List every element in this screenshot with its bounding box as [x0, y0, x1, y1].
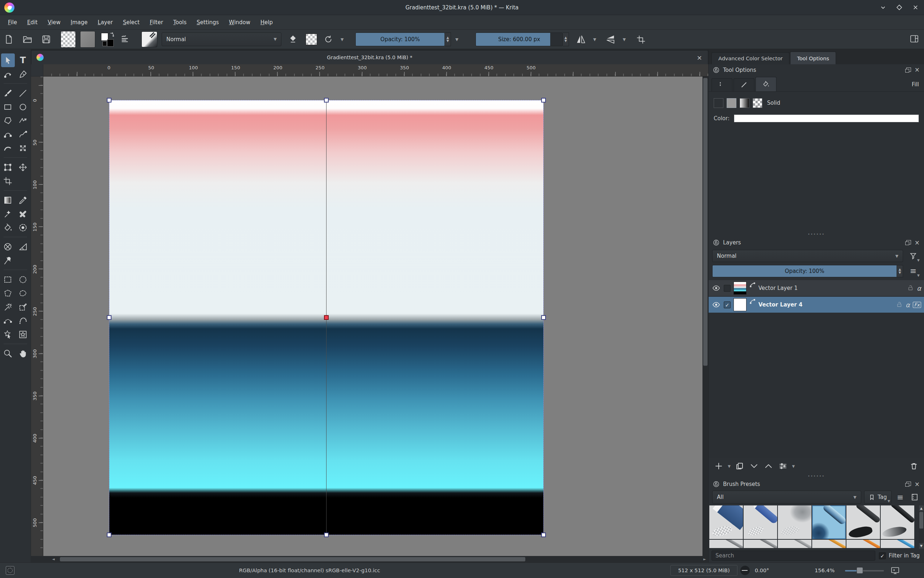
canvas-rotation-dial-icon[interactable] — [740, 566, 750, 575]
brush-preset-block-eraser[interactable] — [709, 505, 743, 539]
zoom-slider[interactable] — [845, 566, 884, 575]
docker-lock-icon[interactable] — [713, 239, 719, 246]
layer-options-button[interactable]: ≡ ▼ — [906, 265, 921, 277]
canvas-image[interactable] — [109, 101, 543, 535]
canvas-viewport[interactable] — [43, 76, 702, 556]
tool-measure[interactable] — [16, 240, 30, 253]
brush-preset-row2[interactable] — [744, 540, 777, 548]
scroll-right-icon[interactable]: ► — [703, 556, 706, 562]
layer-properties-caret[interactable]: ▼ — [791, 459, 796, 472]
layer-visibility-icon[interactable] — [712, 284, 721, 292]
layer-thumbnail[interactable] — [733, 298, 746, 311]
opacity-slider[interactable]: Opacity: 100% — [355, 32, 445, 46]
scroll-down-icon[interactable]: ▼ — [919, 543, 924, 549]
tool-select-shapes[interactable] — [1, 54, 15, 67]
duplicate-layer-button[interactable] — [733, 459, 746, 472]
tool-line[interactable] — [16, 86, 30, 100]
brush-size-slider[interactable]: Size: 600.00 px — [476, 32, 563, 46]
layer-fx-badge[interactable]: Fx — [913, 302, 921, 308]
reload-preset-button[interactable] — [323, 34, 333, 44]
eraser-mode-button[interactable] — [288, 34, 298, 44]
selection-handle-top-center[interactable] — [324, 98, 328, 102]
mirror-vertical-caret[interactable]: ▼ — [623, 37, 626, 42]
tool-select-star-cursor[interactable] — [1, 328, 15, 341]
tool-rectangle[interactable] — [1, 100, 15, 114]
workspace-chooser-button[interactable] — [909, 34, 919, 44]
new-document-button[interactable] — [3, 34, 14, 44]
delete-layer-button[interactable] — [908, 459, 921, 472]
scroll-left-icon[interactable]: ◄ — [52, 556, 55, 562]
tool-polyline[interactable] — [16, 114, 30, 127]
brush-preset-stick-eraser[interactable] — [744, 505, 777, 539]
v-scrollbar-thumb[interactable] — [703, 78, 707, 366]
tool-select-elliptical[interactable] — [16, 273, 30, 286]
add-layer-caret[interactable]: ▼ — [727, 459, 732, 472]
zoom-slider-knob[interactable] — [856, 567, 863, 574]
tool-move[interactable] — [16, 160, 30, 174]
tool-freehand-brush[interactable] — [1, 86, 15, 100]
brush-preset-row2[interactable] — [709, 540, 743, 548]
move-layer-up-button[interactable] — [762, 459, 775, 472]
selection-handle-bottom-right[interactable] — [541, 533, 546, 537]
menu-select[interactable]: Select — [119, 17, 144, 28]
selection-center-handle[interactable] — [324, 315, 328, 320]
layer-row[interactable]: Vector Layer 1 α — [709, 280, 924, 296]
tool-select-similar-color[interactable] — [16, 300, 30, 314]
tool-color-sampler[interactable] — [16, 193, 30, 207]
tool-assistants[interactable] — [1, 240, 15, 253]
layer-filter-button[interactable]: ▼ — [906, 250, 921, 262]
presets-view-mode-button[interactable] — [909, 491, 921, 503]
tab-advanced-color-selector[interactable]: Advanced Color Selector — [712, 52, 790, 64]
selection-handle-top-right[interactable] — [541, 98, 546, 102]
brush-size-spinbox[interactable]: ▲▼ — [563, 32, 569, 46]
tool-zoom[interactable] — [1, 347, 15, 360]
tool-polygon[interactable] — [1, 114, 15, 127]
brush-preset-row2[interactable] — [812, 540, 846, 548]
tool-freehand-path[interactable] — [16, 127, 30, 141]
zoom-level-value[interactable]: 156.4% — [815, 568, 835, 573]
filter-in-tag-checkbox[interactable]: ✓ Filter in Tag — [879, 552, 921, 559]
mirror-horizontal-caret[interactable]: ▼ — [593, 37, 596, 42]
layer-blend-mode-dropdown[interactable]: Normal ▼ — [712, 250, 903, 262]
presets-scrollbar[interactable]: ▲ ▼ — [919, 505, 924, 549]
document-tab-close-icon[interactable]: × — [697, 54, 702, 62]
layer-opacity-slider[interactable]: Opacity: 100% ▲▼ — [712, 265, 903, 277]
layer-visibility-icon[interactable] — [712, 301, 721, 308]
open-document-button[interactable] — [23, 34, 32, 44]
subtab-stroke-line[interactable] — [733, 78, 754, 91]
fit-to-screen-icon[interactable] — [890, 566, 900, 576]
menu-help[interactable]: Help — [256, 17, 277, 28]
add-layer-button[interactable] — [712, 459, 725, 472]
fill-pattern-swatch[interactable] — [752, 98, 762, 108]
selection-mode-icon[interactable] — [6, 566, 15, 575]
docker-close-icon[interactable]: × — [914, 481, 920, 487]
tool-dynamic-brush[interactable] — [1, 141, 15, 155]
tool-text[interactable]: T — [16, 54, 30, 67]
brush-preset-soft-airbrush[interactable] — [778, 505, 811, 539]
fill-solid-swatch[interactable] — [727, 98, 736, 108]
tag-filter-dropdown[interactable]: All ▼ — [712, 490, 861, 503]
layer-row-selected[interactable]: ✓ Vector Layer 4 α Fx — [709, 297, 924, 313]
tool-select-magnetic[interactable] — [16, 314, 30, 328]
pattern-chooser-button[interactable] — [80, 31, 95, 48]
menu-file[interactable]: File — [3, 17, 21, 28]
tool-reference-images[interactable] — [1, 253, 15, 267]
menu-layer[interactable]: Layer — [94, 17, 117, 28]
layer-alpha-icon[interactable]: α — [917, 284, 921, 292]
save-button[interactable] — [41, 34, 51, 44]
mirror-horizontal-button[interactable] — [576, 34, 586, 44]
tool-pan[interactable] — [16, 347, 30, 360]
tool-transform[interactable] — [1, 160, 15, 174]
tool-select-freehand[interactable] — [16, 286, 30, 300]
selection-handle-bottom-left[interactable] — [107, 533, 112, 537]
selection-handle-top-left[interactable] — [107, 98, 112, 102]
fill-none-swatch[interactable] — [714, 98, 723, 108]
docker-lock-icon[interactable] — [713, 67, 719, 73]
layer-properties-button[interactable] — [777, 459, 790, 472]
opacity-spinbox[interactable]: ▲▼ — [445, 32, 451, 46]
opacity-options-caret[interactable]: ▼ — [455, 37, 458, 42]
fill-gradient-swatch[interactable] — [740, 98, 749, 108]
tool-multibrush[interactable] — [16, 141, 30, 155]
fill-color-swatch[interactable] — [734, 114, 919, 122]
layer-name[interactable]: Vector Layer 1 — [758, 285, 905, 291]
